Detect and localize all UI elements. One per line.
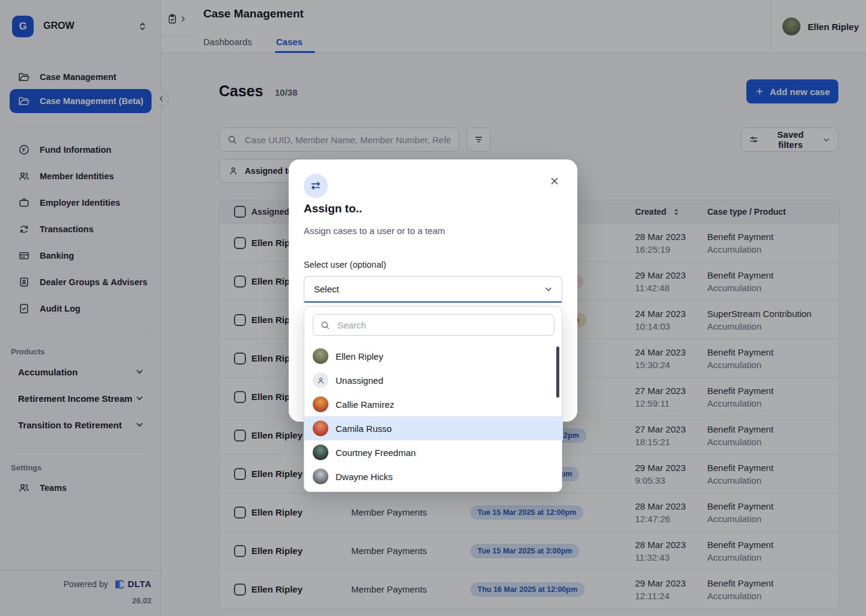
unassigned-person-icon <box>313 372 328 388</box>
user-option-label: Ellen Ripley <box>336 351 383 362</box>
user-select[interactable]: Select <box>304 276 562 303</box>
avatar <box>313 469 328 484</box>
user-option-unassigned[interactable]: Unassigned <box>304 368 563 392</box>
user-option-label: Camila Russo <box>336 424 392 434</box>
dropdown-scrollbar[interactable] <box>556 346 559 398</box>
search-icon <box>320 320 330 330</box>
modal-title: Assign to.. <box>304 202 362 215</box>
user-select-value: Select <box>314 284 339 294</box>
user-option-callie-ramirez[interactable]: Callie Ramirez <box>304 392 563 416</box>
user-option-dwayne-hicks[interactable]: Dwayne Hicks <box>304 464 563 488</box>
chevron-down-icon <box>544 285 553 294</box>
swap-arrows-icon <box>304 174 328 198</box>
user-search-input[interactable] <box>336 319 547 331</box>
user-select-dropdown: Ellen RipleyUnassignedCallie RamirezCami… <box>304 306 562 492</box>
user-option-label: Courtney Freedman <box>336 448 416 458</box>
user-option-ellen-ripley[interactable]: Ellen Ripley <box>304 344 563 368</box>
avatar <box>313 396 328 412</box>
user-option-label: Dwayne Hicks <box>336 472 393 482</box>
user-option-camila-russo[interactable]: Camila Russo <box>304 416 563 440</box>
avatar <box>313 348 328 364</box>
close-icon[interactable] <box>547 174 562 188</box>
select-user-label: Select user (optional) <box>304 260 386 270</box>
user-option-label: Callie Ramirez <box>336 399 395 410</box>
avatar <box>313 445 328 460</box>
avatar <box>313 420 328 436</box>
user-option-courtney-freedman[interactable]: Courtney Freedman <box>304 440 563 464</box>
user-search <box>313 314 554 336</box>
modal-subtitle: Assign cases to a user or to a team <box>304 226 445 236</box>
app-root: G GROW Case ManagementCase Management (B… <box>0 0 866 616</box>
user-option-label: Unassigned <box>336 375 383 386</box>
